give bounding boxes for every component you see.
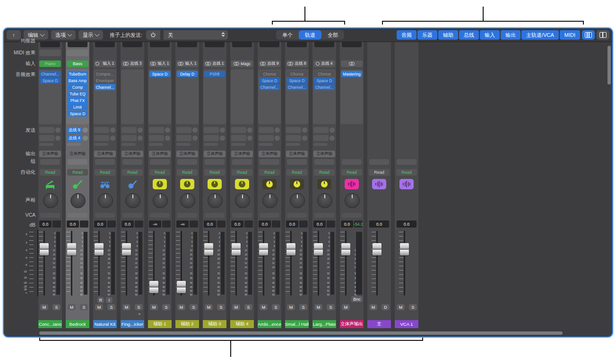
mute-button[interactable]: M [205, 304, 213, 310]
send-level-knob[interactable] [165, 135, 170, 141]
send-level-knob[interactable] [302, 127, 307, 133]
output-slot[interactable]: 立体声输 [149, 151, 171, 157]
fader-handle[interactable] [314, 243, 323, 255]
solo-button[interactable]: S [162, 304, 170, 310]
solo-button[interactable]: S [244, 304, 252, 310]
send-level-knob[interactable] [330, 127, 335, 133]
group-slot[interactable] [95, 159, 115, 165]
input-slot[interactable]: 总线 9 [259, 60, 280, 67]
audio-fx-slot[interactable]: Channel... [314, 84, 335, 90]
channel-strip[interactable]: Read0.0MSVCA 1 [395, 42, 418, 328]
send-level-knob[interactable] [220, 135, 225, 141]
output-slot[interactable]: 立体声输 [176, 151, 198, 157]
automation-mode-button[interactable]: Read [204, 169, 225, 176]
vca-slot[interactable] [40, 213, 60, 218]
send-slot-partial[interactable] [286, 143, 300, 146]
group-slot[interactable] [68, 159, 87, 165]
fader-handle[interactable] [232, 243, 241, 255]
fader-handle[interactable] [373, 243, 382, 255]
channel-strip[interactable]: Magc立体声输Read0.00369121518212430354045506… [230, 42, 254, 328]
send-level-knob[interactable] [275, 135, 280, 141]
vca-slot[interactable] [177, 213, 197, 218]
db-value[interactable]: 0.0 [313, 220, 326, 228]
fader-handle[interactable] [204, 243, 213, 255]
automation-mode-button[interactable]: Read [177, 169, 198, 176]
automation-mode-button[interactable]: Read [259, 169, 280, 176]
pan-knob[interactable] [345, 193, 360, 208]
track-name[interactable]: Fing...icker [121, 320, 144, 328]
input-slot[interactable]: 总线 1 [204, 60, 226, 67]
eq-thumbnail[interactable] [122, 42, 142, 47]
track-name[interactable]: 辅助 4 [230, 320, 254, 328]
eq-thumbnail[interactable] [177, 42, 197, 47]
send-slot[interactable] [39, 127, 54, 133]
audio-fx-slot[interactable]: Space D [259, 77, 280, 84]
pan-knob[interactable] [70, 193, 86, 208]
send-slot[interactable] [176, 127, 191, 133]
send-slot-partial[interactable] [149, 143, 163, 146]
send-slot[interactable]: 总线 9 [67, 127, 82, 133]
fader-track[interactable] [98, 231, 100, 296]
send-level-knob[interactable] [330, 135, 335, 141]
fader-track[interactable] [404, 231, 405, 296]
vca-slot[interactable] [68, 213, 87, 218]
fader-handle[interactable] [286, 243, 295, 255]
send-slot[interactable] [94, 127, 109, 133]
vertical-scrollbar[interactable] [607, 46, 611, 85]
peak-value[interactable] [244, 220, 253, 228]
send-slot[interactable] [313, 127, 329, 133]
group-slot[interactable] [232, 159, 252, 165]
view-segment-all[interactable]: 全部 [321, 30, 344, 40]
eq-thumbnail[interactable] [260, 42, 279, 47]
fader-handle[interactable] [40, 243, 49, 255]
send-level-knob[interactable] [192, 127, 198, 133]
options-menu-button[interactable]: 选项 [51, 30, 76, 40]
peak-value[interactable] [80, 220, 88, 228]
channel-strip[interactable]: 输入 1Space D立体声输Read-∞0369121518212430354… [148, 42, 172, 328]
view-segment-single[interactable]: 单个 [276, 30, 299, 40]
send-slot[interactable] [204, 127, 219, 133]
midi-fx-slot[interactable] [67, 50, 88, 56]
view-menu-button[interactable]: 显示 [78, 30, 103, 40]
automation-mode-button[interactable]: Read [95, 169, 115, 176]
automation-mode-button[interactable]: Read [67, 169, 88, 176]
midi-fx-slot[interactable] [39, 50, 61, 56]
send-slot[interactable] [176, 135, 191, 141]
filter-button-4[interactable]: 输入 [480, 30, 500, 40]
input-slot[interactable]: Piano [39, 60, 61, 67]
send-slot[interactable] [94, 135, 109, 141]
pan-knob[interactable] [317, 193, 332, 208]
input-slot[interactable]: 总线 8 [286, 60, 308, 67]
automation-mode-button[interactable]: Read [232, 169, 252, 176]
pan-knob[interactable] [125, 193, 140, 208]
filter-button-5[interactable]: 输出 [501, 30, 521, 40]
db-value[interactable]: 0.0 [121, 220, 134, 228]
group-slot[interactable] [205, 159, 225, 165]
audio-fx-slot[interactable]: Chorus [286, 71, 307, 77]
group-slot[interactable] [122, 159, 142, 165]
fader-handle[interactable] [259, 243, 268, 255]
db-value[interactable]: 0.0 [341, 220, 353, 228]
mute-button[interactable]: M [95, 304, 103, 310]
send-slot[interactable] [231, 127, 246, 133]
solo-button[interactable]: S [409, 304, 417, 310]
db-value[interactable]: 0.0 [397, 220, 416, 228]
output-slot[interactable]: 立体声输 [67, 151, 88, 157]
dual-pane-view-button[interactable] [597, 30, 609, 40]
send-slot-partial[interactable] [94, 143, 108, 146]
filter-button-3[interactable]: 总线 [459, 30, 479, 40]
fader-handle[interactable] [400, 243, 409, 255]
vca-slot[interactable] [287, 213, 307, 218]
eq-thumbnail[interactable] [40, 42, 60, 47]
output-slot[interactable]: 立体声输 [286, 151, 308, 157]
pan-knob[interactable] [180, 193, 195, 208]
peak-value[interactable] [107, 220, 116, 228]
mute-button[interactable]: M [260, 304, 268, 310]
channel-strip[interactable]: 输入 1Delay D立体声输Read-∞0369121518212430354… [175, 42, 199, 328]
db-value[interactable]: 0.0 [39, 220, 52, 228]
automation-mode-button[interactable]: Read [369, 169, 390, 176]
db-value[interactable]: 0.0 [259, 220, 271, 228]
channel-strip[interactable]: Read0.0MD主 [367, 42, 391, 328]
automation-mode-button[interactable]: Read [396, 169, 417, 176]
input-slot[interactable] [341, 60, 363, 67]
